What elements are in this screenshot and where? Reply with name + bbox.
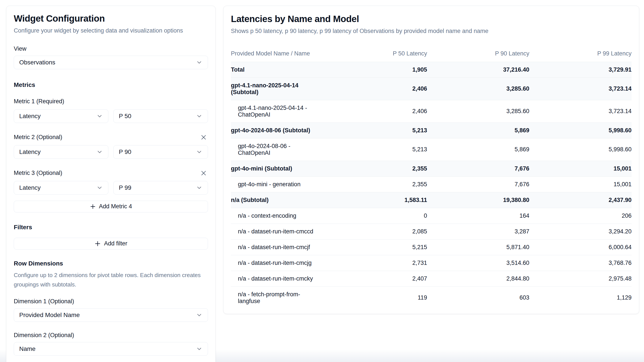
row-p50-value: 119 (325, 290, 427, 306)
table-row: n/a - dataset-run-item-cmcjg 2,731 3,514… (231, 255, 632, 271)
row-label: n/a - dataset-run-item-cmccd (231, 224, 325, 239)
add-filter-button[interactable]: Add filter (14, 238, 208, 250)
row-p90-value: 3,514.60 (427, 255, 529, 271)
metric-1-header: Metric 1 (Required) (14, 97, 208, 106)
metric-3-label: Metric 3 (Optional) (14, 170, 62, 176)
metric-3-measure-select[interactable]: Latency (14, 181, 108, 195)
remove-metric-2-button[interactable] (199, 133, 208, 142)
view-select[interactable]: Observations (14, 56, 208, 69)
metric-3-row: Latency P 99 (14, 181, 208, 195)
table-row: gpt-4o-mini (Subtotal) 2,355 7,676 15,00… (231, 161, 632, 176)
row-p99-value: 2,975.48 (529, 271, 632, 287)
metric-1-aggregation-select[interactable]: P 50 (114, 109, 208, 123)
metric-3-aggregation-select[interactable]: P 99 (114, 181, 208, 195)
view-label: View (14, 45, 208, 52)
metric-2-measure-select[interactable]: Latency (14, 145, 108, 159)
row-label: n/a - dataset-run-item-cmcjf (231, 240, 325, 255)
column-header-name: Provided Model Name / Name (231, 47, 325, 62)
row-label: gpt-4o-mini - generation (231, 177, 325, 192)
row-p90-value: 164 (427, 208, 529, 224)
row-label: n/a (Subtotal) (231, 192, 325, 208)
metric-1-measure-select[interactable]: Latency (14, 109, 108, 123)
row-p99-value: 15,001 (529, 177, 632, 192)
view-select-value: Observations (19, 59, 55, 66)
plus-icon (94, 240, 101, 247)
table-row: n/a - fetch-prompt-from-langfuse 119 603… (231, 287, 632, 309)
table-row: n/a - dataset-run-item-cmcjf 5,215 5,871… (231, 239, 632, 255)
row-label: gpt-4.1-nano-2025-04-14 (Subtotal) (231, 78, 325, 100)
row-p99-value: 3,723.14 (529, 103, 632, 119)
row-p99-value: 5,998.60 (529, 142, 632, 157)
dimension-1-select-value: Provided Model Name (19, 312, 80, 319)
metric-2-header: Metric 2 (Optional) (14, 133, 208, 142)
row-dimensions-description: Configure up to 2 dimensions for pivot t… (14, 271, 206, 289)
row-p99-value: 3,294.20 (529, 224, 632, 239)
row-p50-value: 1,905 (325, 62, 427, 77)
add-metric-button-label: Add Metric 4 (99, 203, 132, 210)
close-icon (200, 170, 207, 176)
row-p99-value: 3,768.76 (529, 255, 632, 271)
row-label: n/a - dataset-run-item-cmcjg (231, 255, 325, 271)
metrics-section-label: Metrics (14, 81, 208, 88)
chevron-down-icon (196, 346, 202, 352)
chevron-down-icon (196, 113, 202, 119)
pivot-table: Provided Model Name / Name P 50 Latency … (231, 47, 632, 309)
dimension-1-select[interactable]: Provided Model Name (14, 308, 208, 322)
metric-3-aggregation-value: P 99 (119, 184, 131, 191)
row-p99-value: 2,437.90 (529, 192, 632, 208)
metric-1-measure-value: Latency (19, 113, 41, 120)
metric-1-aggregation-value: P 50 (119, 113, 131, 120)
row-p99-value: 15,001 (529, 161, 632, 176)
column-header-p99: P 99 Latency (529, 47, 632, 62)
row-p90-value: 37,216.40 (427, 62, 529, 77)
table-row: gpt-4o-2024-08-06 - ChatOpenAI 5,213 5,8… (231, 138, 632, 161)
dimension-2-select-value: Name (19, 346, 36, 353)
add-metric-button[interactable]: Add Metric 4 (14, 201, 208, 212)
table-row: n/a - dataset-run-item-cmcky 2,407 2,844… (231, 271, 632, 287)
metric-2-row: Latency P 90 (14, 145, 208, 159)
row-p99-value: 206 (529, 208, 632, 224)
table-row: n/a (Subtotal) 1,583.11 19,380.80 2,437.… (231, 192, 632, 208)
row-p50-value: 5,213 (325, 142, 427, 157)
row-p90-value: 7,676 (427, 161, 529, 176)
remove-metric-3-button[interactable] (199, 169, 208, 178)
dimension-2-select[interactable]: Name (14, 342, 208, 356)
row-p50-value: 2,731 (325, 255, 427, 271)
row-p50-value: 2,085 (325, 224, 427, 239)
row-p90-value: 3,285.60 (427, 103, 529, 119)
chevron-down-icon (96, 149, 103, 155)
row-p50-value: 2,407 (325, 271, 427, 287)
row-p99-value: 1,129 (529, 290, 632, 306)
chevron-down-icon (96, 184, 103, 191)
chevron-down-icon (196, 312, 202, 318)
table-row: gpt-4.1-nano-2025-04-14 - ChatOpenAI 2,4… (231, 100, 632, 122)
row-p90-value: 19,380.80 (427, 192, 529, 208)
row-p90-value: 5,871.40 (427, 240, 529, 255)
metric-3-header: Metric 3 (Optional) (14, 169, 208, 178)
row-p50-value: 5,213 (325, 123, 427, 138)
metric-3-measure-value: Latency (19, 184, 41, 191)
metric-2-aggregation-select[interactable]: P 90 (114, 145, 208, 159)
row-p50-value: 5,215 (325, 240, 427, 255)
row-label: Total (231, 62, 325, 77)
table-row: n/a - dataset-run-item-cmccd 2,085 3,287… (231, 224, 632, 239)
pivot-table-header: Provided Model Name / Name P 50 Latency … (231, 47, 632, 62)
chevron-down-icon (196, 184, 202, 191)
row-label: n/a - fetch-prompt-from-langfuse (231, 287, 325, 309)
table-row: gpt-4o-2024-08-06 (Subtotal) 5,213 5,869… (231, 122, 632, 138)
row-label: gpt-4o-2024-08-06 - ChatOpenAI (231, 138, 325, 161)
row-p90-value: 5,869 (427, 142, 529, 157)
table-row: n/a - context-encoding 0 164 206 (231, 208, 632, 224)
row-p99-value: 3,729.91 (529, 62, 632, 77)
widget-configuration-panel: Widget Configuration Configure your widg… (6, 6, 216, 362)
table-row: Total 1,905 37,216.40 3,729.91 (231, 62, 632, 77)
plus-icon (90, 204, 96, 210)
row-p90-value: 2,844.80 (427, 271, 529, 287)
table-row: gpt-4o-mini - generation 2,355 7,676 15,… (231, 176, 632, 192)
table-row: gpt-4.1-nano-2025-04-14 (Subtotal) 2,406… (231, 77, 632, 100)
row-label: n/a - context-encoding (231, 208, 325, 224)
dimension-2-label: Dimension 2 (Optional) (14, 332, 208, 339)
row-p90-value: 3,285.60 (427, 81, 529, 96)
column-header-p90: P 90 Latency (427, 47, 529, 62)
add-filter-button-label: Add filter (104, 240, 127, 247)
